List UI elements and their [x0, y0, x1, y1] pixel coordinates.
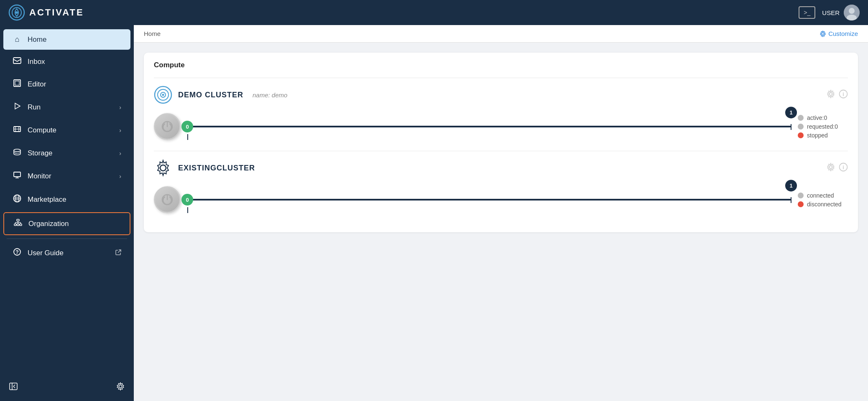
- sidebar-item-inbox[interactable]: Inbox: [3, 51, 130, 72]
- monitor-icon: [13, 171, 22, 181]
- compute-svg-icon: [13, 125, 21, 133]
- external-link-icon: [115, 249, 121, 256]
- existing-connected-dot: [798, 193, 804, 198]
- editor-icon: [13, 79, 22, 89]
- demo-requested-label: requested:0: [807, 123, 838, 130]
- existing-disconnected-label: disconnected: [807, 201, 842, 208]
- svg-line-34: [13, 385, 15, 386]
- organization-icon: [13, 219, 23, 228]
- existing-cluster-status-panel: connected disconnected: [798, 192, 848, 208]
- svg-point-47: [160, 165, 166, 171]
- terminal-button[interactable]: >_: [799, 6, 815, 19]
- sidebar-item-run[interactable]: Run ›: [3, 96, 130, 118]
- svg-rect-7: [15, 81, 19, 85]
- existing-status-connected: connected: [798, 192, 848, 199]
- sidebar-label-marketplace: Marketplace: [28, 195, 66, 204]
- sidebar-label-userguide: User Guide: [28, 249, 64, 257]
- svg-rect-22: [17, 224, 19, 226]
- sidebar-item-storage[interactable]: Storage ›: [3, 142, 130, 164]
- svg-point-37: [822, 33, 824, 35]
- existing-cluster-actions: i: [826, 162, 848, 174]
- existing-cluster-info-icon[interactable]: i: [839, 162, 848, 174]
- existing-slider-track: 0 1: [187, 199, 791, 200]
- svg-point-41: [162, 94, 164, 96]
- customize-gear-icon: [819, 30, 826, 37]
- main-layout: ⌂ Home Inbox Editor: [0, 25, 868, 401]
- sidebar-item-home[interactable]: ⌂ Home: [3, 29, 130, 50]
- demo-stopped-dot: [798, 132, 804, 138]
- sidebar-item-marketplace[interactable]: Marketplace: [3, 188, 130, 211]
- sidebar-label-inbox: Inbox: [28, 58, 45, 66]
- sidebar-label-monitor: Monitor: [28, 172, 51, 180]
- demo-stopped-label: stopped: [807, 132, 828, 139]
- svg-rect-20: [17, 219, 19, 221]
- existing-cluster-power-button[interactable]: [154, 186, 181, 213]
- demo-slider-min-badge: 0: [181, 121, 193, 132]
- demo-active-dot: [798, 115, 804, 121]
- demo-cluster-logo-icon: [154, 86, 172, 104]
- svg-rect-23: [20, 224, 22, 226]
- customize-link[interactable]: Customize: [819, 30, 858, 37]
- svg-rect-14: [14, 172, 20, 177]
- demo-slider-min-tick: [187, 134, 188, 140]
- demo-cluster-info-icon[interactable]: i: [839, 89, 848, 101]
- cluster-existing: EXISTINGCLUSTER i: [154, 151, 848, 224]
- org-svg-icon: [14, 219, 22, 226]
- sidebar-item-editor[interactable]: Editor: [3, 74, 130, 95]
- demo-cluster-actions: i: [826, 89, 848, 101]
- demo-cluster-name: DEMO CLUSTER: [178, 91, 243, 99]
- demo-cluster-gear-icon[interactable]: [826, 89, 835, 101]
- existing-cluster-gear-icon[interactable]: [826, 162, 835, 174]
- existing-status-disconnected: disconnected: [798, 201, 848, 208]
- svg-point-3: [849, 8, 855, 14]
- existing-cluster-slider-row: 0 1 connected disconnect: [154, 183, 848, 220]
- demo-cluster-subtitle: name: demo: [253, 91, 287, 99]
- sidebar-label-run: Run: [28, 103, 41, 112]
- content-area: Home Customize Compute: [134, 25, 868, 401]
- home-icon: ⌂: [13, 35, 22, 44]
- sidebar-bottom: [0, 377, 134, 398]
- sidebar-item-userguide[interactable]: ? User Guide: [3, 242, 130, 264]
- svg-point-1: [15, 11, 18, 14]
- svg-text:i: i: [842, 165, 844, 170]
- logo-text: ACTIVATE: [29, 7, 84, 18]
- logo-section: ACTIVATE: [8, 4, 84, 21]
- run-svg-icon: [13, 102, 21, 110]
- cluster-demo: DEMO CLUSTER name: demo i: [154, 78, 848, 151]
- sidebar-label-compute: Compute: [28, 126, 56, 135]
- existing-cluster-slider[interactable]: 0 1: [187, 191, 791, 208]
- compute-chevron: ›: [119, 127, 121, 134]
- existing-slider-max-tick: [791, 197, 791, 203]
- sidebar-label-storage: Storage: [28, 149, 53, 157]
- customize-label: Customize: [828, 30, 858, 37]
- breadcrumb: Home: [144, 30, 161, 37]
- settings-icon[interactable]: [116, 382, 125, 393]
- header-right: >_ USER: [799, 5, 860, 20]
- marketplace-icon: [13, 194, 22, 205]
- svg-line-31: [118, 250, 121, 253]
- storage-icon: [13, 148, 22, 158]
- sidebar-item-monitor[interactable]: Monitor ›: [3, 165, 130, 187]
- collapse-icon[interactable]: [9, 383, 18, 392]
- demo-slider-max-badge: 1: [785, 107, 797, 118]
- sidebar-item-compute[interactable]: Compute ›: [3, 119, 130, 141]
- content-header: Home Customize: [134, 25, 868, 43]
- avatar[interactable]: [844, 5, 860, 20]
- demo-cluster-slider[interactable]: 0 1: [187, 118, 791, 135]
- demo-cluster-power-button[interactable]: [154, 113, 181, 140]
- svg-point-36: [119, 385, 122, 388]
- compute-icon: [13, 125, 22, 135]
- existing-slider-min-badge: 0: [181, 194, 193, 206]
- power-svg-icon: [161, 120, 174, 133]
- demo-status-active: active:0: [798, 114, 848, 121]
- demo-cluster-slider-row: 0 1 active:0 requested:0: [154, 110, 848, 147]
- sidebar-item-organization[interactable]: Organization: [3, 212, 130, 235]
- existing-cluster-gear-logo-icon: [154, 159, 172, 177]
- activate-logo-icon: [8, 4, 25, 21]
- sidebar-label-home: Home: [28, 36, 46, 44]
- svg-line-35: [13, 386, 15, 388]
- sidebar-label-organization: Organization: [28, 220, 69, 228]
- svg-point-42: [830, 92, 832, 95]
- svg-rect-5: [13, 58, 21, 63]
- monitor-svg-icon: [13, 171, 21, 179]
